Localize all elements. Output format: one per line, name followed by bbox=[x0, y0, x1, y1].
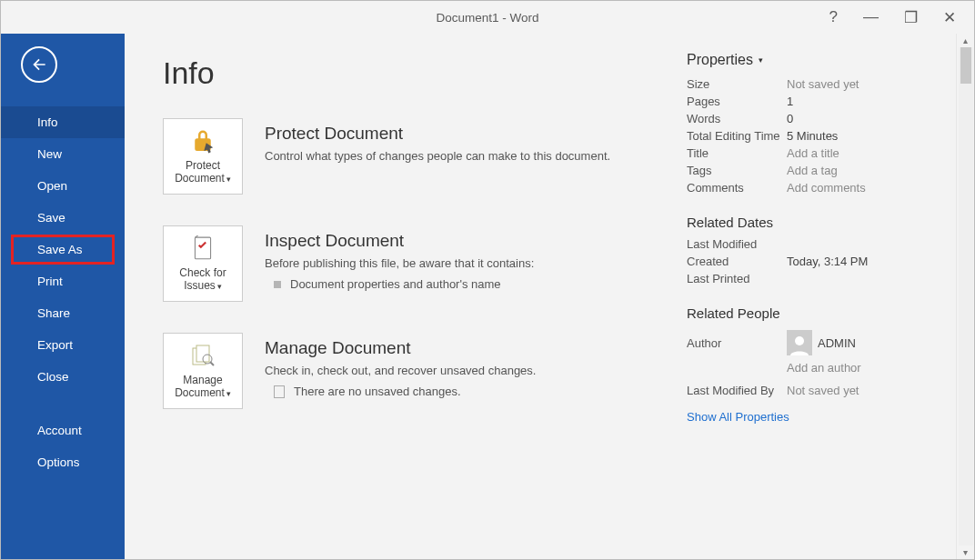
nav-label: Share bbox=[37, 306, 70, 320]
nav-label: Save As bbox=[37, 243, 83, 256]
nav-label: Account bbox=[37, 424, 82, 437]
manage-document-button[interactable]: Manage Document▾ bbox=[163, 333, 243, 409]
svg-line-7 bbox=[210, 362, 214, 365]
nav-label: Options bbox=[37, 455, 80, 469]
prop-val-editing-time: 5 Minutes bbox=[787, 129, 838, 143]
check-for-issues-button[interactable]: Check for Issues▾ bbox=[163, 225, 243, 302]
vertical-scrollbar[interactable]: ▴ ▾ bbox=[956, 34, 974, 559]
show-all-properties-link[interactable]: Show All Properties bbox=[687, 410, 789, 424]
scroll-thumb[interactable] bbox=[960, 47, 971, 84]
window-controls-group: ? — ❐ ✕ bbox=[811, 1, 974, 35]
close-button[interactable]: ✕ bbox=[943, 8, 956, 27]
manage-desc: Check in, check out, and recover unsaved… bbox=[265, 364, 687, 377]
protect-document-button[interactable]: Protect Document▾ bbox=[163, 118, 243, 195]
scroll-down-button[interactable]: ▾ bbox=[961, 545, 970, 559]
back-button[interactable] bbox=[21, 46, 57, 83]
minimize-button[interactable]: — bbox=[863, 8, 879, 27]
lock-icon bbox=[189, 128, 216, 155]
prop-key-size: Size bbox=[687, 77, 787, 91]
properties-panel: Properties▾ SizeNot saved yet Pages1 Wor… bbox=[687, 34, 956, 559]
protect-desc: Control what types of changes people can… bbox=[265, 149, 687, 163]
backstage-sidebar: Info New Open Save Save As Print Share E… bbox=[1, 34, 125, 559]
documents-icon bbox=[189, 343, 216, 370]
prop-val-size: Not saved yet bbox=[787, 77, 859, 91]
big-btn-label: Check for Issues▾ bbox=[164, 266, 242, 292]
nav-item-save[interactable]: Save bbox=[1, 202, 125, 234]
inspect-title: Inspect Document bbox=[265, 231, 687, 251]
titlebar: Document1 - Word ? — ❐ ✕ bbox=[1, 1, 974, 34]
prop-val-pages: 1 bbox=[787, 95, 793, 108]
nav-item-share[interactable]: Share bbox=[1, 297, 125, 329]
nav-label: Export bbox=[37, 338, 73, 352]
nav-label: Print bbox=[37, 275, 63, 288]
scroll-track[interactable] bbox=[959, 47, 973, 545]
arrow-left-icon bbox=[30, 55, 48, 74]
prop-key-words: Words bbox=[687, 112, 787, 125]
chevron-down-icon: ▾ bbox=[226, 389, 231, 398]
page-title: Info bbox=[163, 55, 687, 91]
nav-item-save-as[interactable]: Save As bbox=[10, 234, 116, 265]
chevron-down-icon: ▾ bbox=[217, 282, 222, 291]
restore-button[interactable]: ❐ bbox=[904, 8, 918, 27]
properties-head-label: Properties bbox=[687, 52, 753, 68]
manage-title: Manage Document bbox=[265, 338, 687, 358]
prop-val-comments[interactable]: Add comments bbox=[787, 181, 866, 195]
window-title: Document1 - Word bbox=[436, 11, 538, 25]
prop-key-title: Title bbox=[687, 146, 787, 160]
nav-label: Open bbox=[37, 179, 67, 193]
chevron-down-icon: ▾ bbox=[759, 55, 763, 65]
prop-key-created: Created bbox=[687, 255, 787, 268]
big-btn-label: Manage Document▾ bbox=[164, 374, 242, 399]
main-area: Info Protect Document▾ Protect Document … bbox=[125, 34, 974, 559]
bullet-text: Document properties and author's name bbox=[290, 277, 501, 291]
protect-section: Protect Document▾ Protect Document Contr… bbox=[163, 118, 687, 195]
svg-point-8 bbox=[795, 336, 804, 345]
nav-spacer bbox=[1, 393, 125, 415]
prop-key-last-modified: Last Modified bbox=[687, 237, 787, 251]
related-dates-head: Related Dates bbox=[687, 215, 943, 230]
related-people-head: Related People bbox=[687, 305, 943, 321]
avatar-icon bbox=[787, 330, 812, 355]
big-btn-label: Protect Document▾ bbox=[164, 159, 242, 185]
prop-val-created: Today, 3:14 PM bbox=[787, 255, 868, 268]
prop-key-pages: Pages bbox=[687, 95, 787, 108]
inspect-bullets: Document properties and author's name bbox=[265, 277, 687, 291]
document-icon bbox=[274, 385, 285, 398]
manage-note: There are no unsaved changes. bbox=[274, 385, 687, 398]
bullet-icon bbox=[274, 281, 281, 288]
nav-item-print[interactable]: Print bbox=[1, 265, 125, 297]
inspect-desc: Before publishing this file, be aware th… bbox=[265, 256, 687, 270]
nav-item-close[interactable]: Close bbox=[1, 361, 125, 393]
prop-key-lastmodby: Last Modified By bbox=[687, 384, 787, 397]
svg-rect-3 bbox=[195, 237, 210, 259]
author-name: ADMIN bbox=[818, 336, 856, 350]
scroll-up-button[interactable]: ▴ bbox=[961, 34, 970, 47]
protect-title: Protect Document bbox=[265, 124, 687, 144]
prop-key-tags: Tags bbox=[687, 164, 787, 177]
checklist-icon bbox=[190, 235, 216, 263]
help-button[interactable]: ? bbox=[829, 8, 838, 27]
prop-val-title[interactable]: Add a title bbox=[787, 146, 839, 160]
prop-key-last-printed: Last Printed bbox=[687, 272, 787, 285]
properties-dropdown[interactable]: Properties▾ bbox=[687, 52, 943, 68]
nav-item-export[interactable]: Export bbox=[1, 329, 125, 361]
add-author[interactable]: Add an author bbox=[787, 361, 861, 375]
manage-note-text: There are no unsaved changes. bbox=[294, 385, 461, 398]
nav-item-account[interactable]: Account bbox=[1, 415, 125, 446]
nav-label: Info bbox=[37, 115, 58, 129]
inspect-section: Check for Issues▾ Inspect Document Befor… bbox=[163, 225, 687, 302]
nav-item-new[interactable]: New bbox=[1, 138, 125, 170]
author-row[interactable]: ADMIN bbox=[787, 330, 856, 355]
prop-val-words: 0 bbox=[787, 112, 793, 125]
prop-val-tags[interactable]: Add a tag bbox=[787, 164, 838, 177]
nav-item-open[interactable]: Open bbox=[1, 170, 125, 202]
nav-primary: Info New Open Save Save As Print Share E… bbox=[1, 106, 125, 478]
nav-item-info[interactable]: Info bbox=[1, 106, 125, 138]
content: Info Protect Document▾ Protect Document … bbox=[125, 34, 687, 559]
prop-key-comments: Comments bbox=[687, 181, 787, 195]
nav-label: Close bbox=[37, 370, 69, 384]
nav-item-options[interactable]: Options bbox=[1, 446, 125, 478]
prop-val-lastmodby: Not saved yet bbox=[787, 384, 859, 397]
chevron-down-icon: ▾ bbox=[226, 175, 231, 184]
inspect-bullet-item: Document properties and author's name bbox=[274, 277, 687, 291]
